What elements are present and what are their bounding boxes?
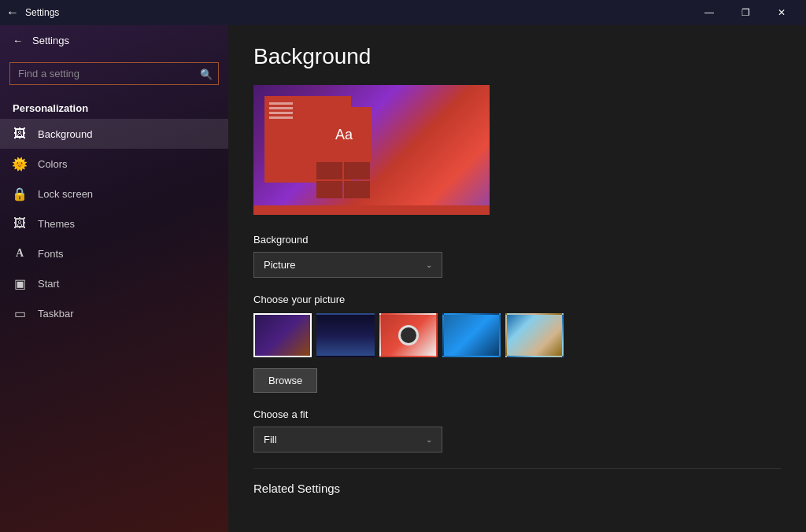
start-icon: ▣ [13, 276, 27, 290]
sidebar-item-colors[interactable]: 🌞 Colors [0, 149, 228, 179]
small-tile-4 [344, 181, 370, 198]
titlebar-controls: — ❐ ✕ [691, 0, 800, 25]
fonts-icon: A [13, 246, 27, 260]
picture-thumb-4[interactable] [442, 313, 501, 357]
sidebar: ← Settings 🔍 Personalization 🖼 Backgroun… [0, 25, 228, 532]
picture-row [253, 313, 781, 357]
choose-picture-label: Choose your picture [253, 294, 781, 305]
back-icon[interactable]: ← [6, 6, 19, 20]
background-icon: 🖼 [13, 127, 27, 141]
preview-line-3 [269, 112, 293, 114]
small-tile-1 [316, 162, 342, 179]
search-icon: 🔍 [200, 68, 213, 79]
small-tile-3 [316, 181, 342, 198]
sidebar-item-label-colors: Colors [38, 158, 68, 170]
colors-icon: 🌞 [13, 157, 27, 171]
lock-icon: 🔒 [13, 187, 27, 201]
fit-dropdown-chevron-icon: ⌄ [426, 435, 432, 444]
browse-button[interactable]: Browse [253, 368, 317, 393]
sidebar-item-fonts[interactable]: A Fonts [0, 238, 228, 268]
sidebar-item-label-fonts: Fonts [38, 248, 64, 260]
preview-small-tiles [316, 162, 370, 198]
background-dropdown-value: Picture [264, 259, 295, 271]
app-title-sidebar: Settings [32, 35, 69, 46]
preview-tile: Aa [316, 107, 372, 162]
picture-thumb-5[interactable] [505, 313, 564, 357]
preview-line-1 [269, 102, 293, 105]
preview-line-4 [269, 116, 293, 119]
small-tile-2 [344, 162, 370, 179]
sidebar-item-label-taskbar: Taskbar [38, 308, 74, 320]
sidebar-item-start[interactable]: ▣ Start [0, 268, 228, 298]
search-container: 🔍 [9, 62, 219, 85]
sidebar-item-taskbar[interactable]: ▭ Taskbar [0, 298, 228, 328]
sidebar-item-label-themes: Themes [38, 218, 75, 230]
app-container: ← Settings 🔍 Personalization 🖼 Backgroun… [0, 25, 806, 532]
choose-fit-label: Choose a fit [253, 408, 781, 420]
main-content: Background Aa Background [228, 25, 806, 532]
section-title: Personalization [0, 91, 228, 119]
sidebar-back-button[interactable]: ← Settings [0, 25, 228, 56]
sidebar-item-label-lock: Lock screen [38, 188, 93, 200]
dropdown-chevron-icon: ⌄ [426, 260, 432, 269]
minimize-button[interactable]: — [691, 0, 727, 25]
taskbar-icon: ▭ [13, 306, 27, 320]
related-settings-title: Related Settings [253, 468, 781, 495]
search-input[interactable] [9, 62, 219, 85]
background-dropdown-label: Background [253, 234, 781, 246]
sidebar-item-label-start: Start [38, 278, 59, 290]
background-dropdown[interactable]: Picture ⌄ [253, 252, 442, 278]
titlebar-left: ← Settings [6, 6, 59, 20]
titlebar: ← Settings — ❐ ✕ [0, 0, 806, 25]
sidebar-item-themes[interactable]: 🖼 Themes [0, 209, 228, 238]
preview-taskbar [253, 205, 490, 215]
background-preview: Aa [253, 85, 490, 215]
page-title: Background [253, 44, 781, 69]
themes-icon: 🖼 [13, 216, 27, 231]
sidebar-item-lock-screen[interactable]: 🔒 Lock screen [0, 179, 228, 209]
close-button[interactable]: ✕ [763, 0, 800, 25]
app-title: Settings [25, 7, 59, 18]
back-arrow-icon: ← [13, 35, 23, 46]
sidebar-item-background[interactable]: 🖼 Background [0, 119, 228, 149]
picture-thumb-3[interactable] [379, 313, 438, 357]
fit-dropdown[interactable]: Fill ⌄ [253, 427, 442, 453]
preview-line-2 [269, 107, 293, 109]
picture-thumb-2[interactable] [316, 313, 375, 357]
fit-dropdown-value: Fill [264, 434, 277, 445]
sidebar-item-label-background: Background [38, 128, 92, 140]
picture-thumb-1[interactable] [253, 313, 312, 357]
maximize-button[interactable]: ❐ [727, 0, 763, 25]
